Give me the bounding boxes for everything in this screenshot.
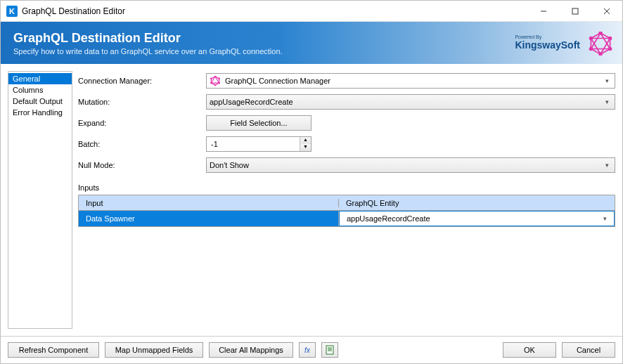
footer: Refresh Component Map Unmapped Fields Cl… [1,336,622,363]
sidebar-item-general[interactable]: General [8,73,72,84]
refresh-component-button[interactable]: Refresh Component [8,342,99,358]
inputs-table: Input GraphQL Entity Data Spawner appUsa… [78,195,615,227]
graphql-icon [589,32,612,56]
minimize-icon [540,8,547,15]
spinner-up-button[interactable]: ▲ [300,137,311,144]
fx-icon: fx [304,346,310,354]
svg-point-20 [210,78,212,80]
batch-label: Batch: [78,140,206,148]
close-button[interactable] [591,1,622,22]
svg-point-17 [218,82,220,84]
documentation-button[interactable] [321,342,338,358]
title-bar: K GraphQL Destination Editor [1,1,622,22]
expression-button[interactable]: fx [299,342,316,358]
header-subtitle: Specify how to write data to an GraphQL … [13,47,283,56]
ok-button[interactable]: OK [503,342,556,358]
svg-rect-1 [572,8,578,14]
maximize-icon [572,8,579,15]
sidebar: General Columns Default Output Error Han… [8,71,72,329]
field-selection-button[interactable]: Field Selection... [206,115,312,131]
connection-manager-value: GraphQL Connection Manager [225,77,330,85]
minimize-button[interactable] [527,1,559,22]
null-mode-value: Don't Show [210,161,249,169]
inputs-row-right-value: appUsageRecordCreate [347,214,430,223]
brand-powered-by: Powered By [515,34,579,39]
close-icon [603,8,610,15]
app-icon: K [6,6,18,17]
chevron-down-icon: ▾ [602,98,612,105]
svg-rect-21 [326,346,333,354]
expand-label: Expand: [78,119,206,127]
brand-logo: Powered By KingswaySoft [515,34,580,51]
maximize-button[interactable] [559,1,591,22]
mutation-dropdown[interactable]: appUsageRecordCreate ▾ [206,94,615,110]
graphql-small-icon [210,75,221,86]
chevron-down-icon: ▾ [603,215,607,222]
inputs-table-header: Input GraphQL Entity [79,195,615,211]
inputs-header-entity: GraphQL Entity [339,199,615,207]
sidebar-item-error-handling[interactable]: Error Handling [8,107,72,118]
chevron-down-icon: ▾ [602,162,612,169]
spinner-down-button[interactable]: ▼ [300,144,311,151]
chevron-down-icon: ▾ [602,77,612,84]
svg-point-9 [608,47,612,51]
svg-point-12 [589,37,593,40]
inputs-header-input: Input [79,199,339,207]
svg-marker-6 [591,39,610,54]
window-title: GraphQL Destination Editor [22,6,527,16]
header-band: GraphQL Destination Editor Specify how t… [1,22,622,64]
table-row[interactable]: Data Spawner appUsageRecordCreate ▾ [79,211,615,226]
null-mode-label: Null Mode: [78,161,206,169]
svg-point-8 [608,37,612,40]
sidebar-item-columns[interactable]: Columns [8,84,72,96]
null-mode-dropdown[interactable]: Don't Show ▾ [206,157,615,173]
batch-spinner[interactable]: -1 ▲ ▼ [206,136,312,152]
document-icon [325,345,335,355]
svg-point-11 [589,47,593,51]
mutation-label: Mutation: [78,98,206,106]
cancel-button[interactable]: Cancel [562,342,615,358]
mutation-value: appUsageRecordCreate [210,98,293,106]
clear-all-mappings-button[interactable]: Clear All Mappings [209,342,293,358]
connection-manager-label: Connection Manager: [78,77,206,85]
inputs-row-right-dropdown[interactable]: appUsageRecordCreate ▾ [339,211,615,226]
body-area: General Columns Default Output Error Han… [1,64,622,336]
main-panel: Connection Manager: GraphQL Connection M… [78,71,615,329]
svg-point-19 [210,82,212,84]
batch-value: -1 [207,140,300,148]
svg-point-16 [218,78,220,80]
inputs-section-label: Inputs [78,183,615,192]
map-unmapped-fields-button[interactable]: Map Unmapped Fields [105,342,203,358]
sidebar-item-default-output[interactable]: Default Output [8,96,72,107]
window: K GraphQL Destination Editor GraphQL Des… [0,0,623,364]
header-title: GraphQL Destination Editor [13,31,283,46]
brand-name: KingswaySoft [515,39,580,51]
svg-marker-5 [591,33,610,48]
connection-manager-dropdown[interactable]: GraphQL Connection Manager ▾ [206,73,615,89]
inputs-row-left: Data Spawner [79,211,339,226]
